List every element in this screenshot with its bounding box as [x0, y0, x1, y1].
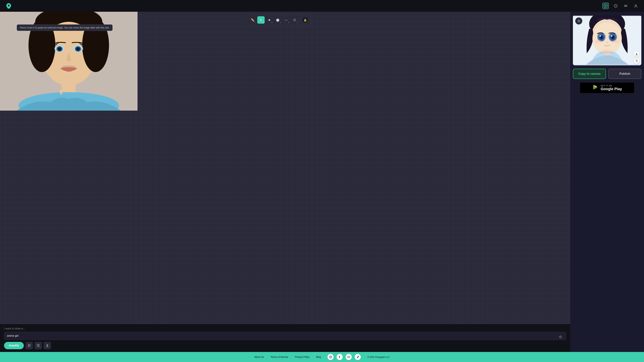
footer-social	[328, 354, 361, 360]
svg-point-7	[635, 5, 636, 6]
pencil-tool[interactable]: ✏️ 1	[249, 16, 256, 24]
add-button[interactable]	[602, 3, 609, 9]
menu-button[interactable]	[622, 3, 629, 9]
prompt-input[interactable]	[7, 334, 563, 337]
publish-button[interactable]: Publish	[608, 69, 641, 79]
header-icons	[602, 3, 639, 9]
svg-rect-6	[624, 6, 627, 7]
undo-button[interactable]	[26, 342, 33, 349]
prompt-actions: Amplify	[4, 342, 566, 349]
about-us-link[interactable]: About Us	[254, 356, 264, 358]
svg-rect-5	[624, 6, 627, 6]
canvas-background[interactable]: ✏️ 1 ↖ 2 ■ 3 ⬤ 4	[0, 12, 570, 352]
line-tool[interactable]: — 5	[282, 16, 290, 24]
rectangle-tool[interactable]: ■ 3	[266, 16, 273, 24]
svg-point-40	[331, 356, 332, 357]
prompt-area: I want to draw a... ⚙ Amplify	[0, 324, 570, 352]
svg-point-32	[611, 35, 612, 37]
copyright-text: © 2022 Pinegraph LLC	[368, 356, 390, 358]
svg-point-39	[330, 357, 331, 358]
get-it-on-label: GET IT ON	[600, 85, 622, 87]
settings-gear-icon[interactable]: ⚙	[559, 335, 562, 339]
main-layout: ✏️ 1 ↖ 2 ■ 3 ⬤ 4	[0, 12, 644, 352]
svg-point-35	[594, 40, 602, 43]
tiktok-icon[interactable]	[355, 354, 361, 360]
generate-icon[interactable]: ⊡	[575, 17, 582, 24]
cursor-tool[interactable]: ↖ 2	[257, 16, 265, 24]
circle-tool[interactable]: ⬤ 4	[274, 16, 282, 24]
privacy-link[interactable]: Privacy Policy	[295, 356, 310, 358]
svg-point-18	[76, 47, 80, 51]
image-tool[interactable]: ⊡ 7	[291, 16, 298, 24]
logo-icon[interactable]	[5, 2, 12, 9]
right-panel: ⊡	[570, 12, 644, 352]
svg-rect-38	[330, 356, 332, 358]
footer: About Us Terms of Service Privacy Policy…	[0, 352, 644, 362]
prompt-input-wrap[interactable]	[4, 332, 566, 340]
drawing-toolbar: ✏️ 1 ↖ 2 ■ 3 ⬤ 4	[246, 15, 311, 25]
canvas-area: ✏️ 1 ↖ 2 ■ 3 ⬤ 4	[0, 12, 570, 352]
canvas-content: ✏️ 1 ↖ 2 ■ 3 ⬤ 4	[0, 12, 570, 352]
generated-image: ⊡	[573, 15, 641, 65]
paste-tooltip: Press Cmd+V to paste an external image. …	[17, 24, 112, 31]
header	[0, 0, 644, 12]
upload-button[interactable]	[44, 342, 51, 349]
generated-image-card: ⊡	[573, 15, 641, 65]
tumblr-icon[interactable]	[336, 354, 343, 360]
google-play-text: GET IT ON Google Play	[600, 85, 622, 91]
redo-button[interactable]	[34, 342, 42, 349]
anime-image-svg	[573, 15, 641, 65]
svg-point-36	[612, 40, 620, 43]
share-button[interactable]	[634, 58, 639, 64]
lock-tool[interactable]: 🔒	[302, 17, 308, 23]
action-buttons: Copy to canvas Publish	[573, 69, 641, 79]
logo-area	[5, 2, 12, 9]
svg-point-17	[58, 47, 61, 51]
prompt-label: I want to draw a...	[4, 327, 566, 330]
blog-link[interactable]: Blog	[316, 356, 321, 358]
instagram-icon[interactable]	[328, 354, 334, 360]
youtube-icon[interactable]	[346, 354, 352, 360]
copy-to-canvas-button[interactable]: Copy to canvas	[573, 69, 606, 79]
svg-rect-4	[624, 5, 627, 5]
user-button[interactable]	[632, 3, 639, 9]
svg-point-31	[600, 35, 601, 37]
toolbar-divider	[300, 17, 300, 22]
download-button[interactable]	[634, 51, 639, 57]
google-play-badge[interactable]: GET IT ON Google Play	[580, 82, 634, 93]
amplify-button[interactable]: Amplify	[4, 342, 24, 349]
svg-point-2	[616, 6, 616, 6]
google-play-label: Google Play	[600, 87, 622, 91]
terms-link[interactable]: Terms of Service	[271, 356, 288, 358]
compass-button[interactable]	[612, 3, 619, 9]
google-play-logo-icon	[592, 84, 598, 91]
